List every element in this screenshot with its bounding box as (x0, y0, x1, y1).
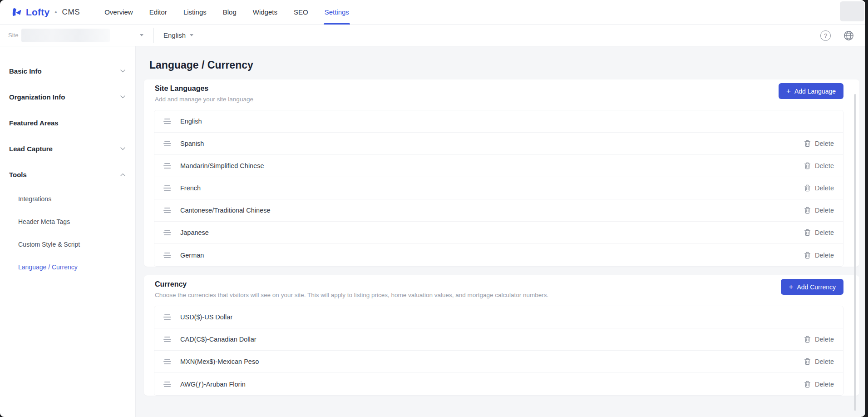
drag-handle-icon[interactable] (163, 230, 171, 235)
trash-icon (804, 207, 811, 214)
currency-row: USD($)-US Dollar (154, 306, 843, 328)
language-row-label: Japanese (180, 229, 209, 236)
tab-widgets[interactable]: Widgets (253, 0, 277, 25)
delete-button[interactable]: Delete (804, 229, 834, 236)
currency-row: CAD(C$)-Canadian Dollar Delete (154, 328, 843, 351)
language-row: English (154, 110, 843, 133)
chevron-down-icon (120, 147, 125, 150)
user-avatar[interactable] (840, 1, 864, 21)
language-selector[interactable]: English (163, 31, 193, 39)
trash-icon (804, 336, 811, 343)
delete-label: Delete (815, 140, 834, 147)
site-name-redacted (21, 29, 110, 42)
language-row: Japanese Delete (154, 222, 843, 244)
globe-icon (843, 30, 854, 41)
sidebar-item-organization-info[interactable]: Organization Info (0, 84, 135, 110)
main-nav: OverviewEditorListingsBlogWidgetsSEOSett… (104, 0, 349, 25)
currency-row-label: USD($)-US Dollar (180, 313, 232, 321)
delete-label: Delete (815, 229, 834, 236)
settings-sidebar: Basic InfoOrganization InfoFeatured Area… (0, 46, 136, 417)
tab-settings[interactable]: Settings (325, 0, 349, 25)
tab-blog[interactable]: Blog (223, 0, 237, 25)
sidebar-item-integrations[interactable]: Integrations (0, 188, 135, 210)
chevron-up-icon (120, 173, 125, 176)
drag-handle-icon[interactable] (163, 337, 171, 342)
site-languages-card: Site Languages Add and manage your site … (144, 79, 859, 267)
lofty-logo[interactable]: Lofty • CMS (11, 6, 80, 18)
chevron-down-icon (120, 70, 125, 73)
sidebar-item-language-currency[interactable]: Language / Currency (0, 256, 135, 278)
currency-row: AWG(ƒ)-Aruban Florin Delete (154, 373, 843, 395)
tab-overview[interactable]: Overview (104, 0, 133, 25)
sidebar-item-header-meta-tags[interactable]: Header Meta Tags (0, 210, 135, 233)
delete-label: Delete (815, 252, 834, 259)
language-list: English Spanish Delete Mandarin/Simplifi… (154, 110, 843, 267)
site-toolbar: Site English ? (0, 25, 865, 46)
dropdown-caret-icon (140, 34, 143, 36)
delete-label: Delete (815, 381, 834, 388)
language-row: Mandarin/Simplified Chinese Delete (154, 155, 843, 177)
sidebar-item-basic-info[interactable]: Basic Info (0, 58, 135, 84)
tab-editor[interactable]: Editor (149, 0, 167, 25)
sidebar-item-tools[interactable]: Tools (0, 162, 135, 188)
delete-button[interactable]: Delete (804, 162, 834, 169)
language-row: Spanish Delete (154, 133, 843, 155)
drag-handle-icon[interactable] (163, 185, 171, 191)
delete-button[interactable]: Delete (804, 140, 834, 147)
language-row: French Delete (154, 177, 843, 199)
app-window: Lofty • CMS OverviewEditorListingsBlogWi… (0, 0, 865, 417)
sidebar-item-lead-capture[interactable]: Lead Capture (0, 136, 135, 162)
add-currency-button[interactable]: + Add Currency (781, 279, 843, 295)
page-title: Language / Currency (149, 57, 859, 73)
brand-product: CMS (62, 8, 80, 17)
delete-label: Delete (815, 358, 834, 365)
delete-button[interactable]: Delete (804, 336, 834, 343)
language-row-label: German (180, 252, 204, 259)
language-row-label: French (180, 184, 201, 192)
delete-button[interactable]: Delete (804, 184, 834, 192)
dropdown-caret-icon (190, 34, 193, 36)
site-languages-subtitle: Add and manage your site language (155, 95, 253, 104)
locale-button[interactable] (843, 30, 854, 41)
currency-subtitle: Choose the currencies that visitors will… (155, 291, 548, 299)
drag-handle-icon[interactable] (163, 119, 171, 124)
drag-handle-icon[interactable] (163, 382, 171, 387)
delete-label: Delete (815, 162, 834, 169)
delete-button[interactable]: Delete (804, 252, 834, 259)
sidebar-item-custom-style-script[interactable]: Custom Style & Script (0, 233, 135, 256)
drag-handle-icon[interactable] (163, 253, 171, 258)
scrollbar-thumb[interactable] (854, 94, 856, 411)
site-selector-label: Site (8, 32, 18, 39)
trash-icon (804, 252, 811, 259)
drag-handle-icon[interactable] (163, 141, 171, 146)
drag-handle-icon[interactable] (163, 314, 171, 320)
currency-row-label: CAD(C$)-Canadian Dollar (180, 336, 256, 343)
site-selector[interactable]: Site (8, 29, 143, 42)
language-selector-value: English (163, 31, 186, 39)
delete-button[interactable]: Delete (804, 381, 834, 388)
help-button[interactable]: ? (820, 30, 831, 41)
chevron-down-icon (120, 95, 125, 99)
currency-card: Currency Choose the currencies that visi… (144, 275, 859, 396)
trash-icon (804, 140, 811, 147)
trash-icon (804, 162, 811, 169)
delete-button[interactable]: Delete (804, 207, 834, 214)
delete-label: Delete (815, 184, 834, 192)
language-row-label: English (180, 118, 202, 125)
currency-title: Currency (155, 279, 548, 289)
add-language-button[interactable]: + Add Language (779, 83, 843, 99)
brand-separator: • (54, 8, 57, 16)
tab-seo[interactable]: SEO (294, 0, 308, 25)
delete-label: Delete (815, 207, 834, 214)
drag-handle-icon[interactable] (163, 208, 171, 213)
drag-handle-icon[interactable] (163, 359, 171, 364)
site-languages-title: Site Languages (155, 84, 253, 93)
delete-button[interactable]: Delete (804, 358, 834, 365)
sidebar-item-featured-areas[interactable]: Featured Areas (0, 110, 135, 136)
currency-list: USD($)-US Dollar CAD(C$)-Canadian Dollar… (154, 306, 843, 396)
help-icon: ? (824, 32, 827, 39)
drag-handle-icon[interactable] (163, 163, 171, 169)
currency-row-label: MXN(Mex$)-Mexican Peso (180, 358, 259, 365)
tab-listings[interactable]: Listings (183, 0, 207, 25)
trash-icon (804, 381, 811, 388)
